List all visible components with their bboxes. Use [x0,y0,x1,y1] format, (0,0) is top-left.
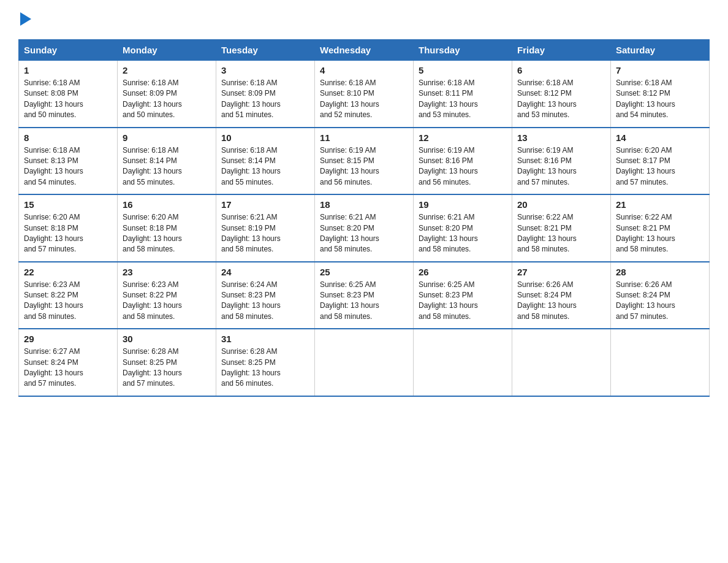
day-info: Sunrise: 6:20 AM Sunset: 8:17 PM Dayligh… [616,145,704,188]
day-number: 2 [123,65,211,75]
calendar-week-row: 8 Sunrise: 6:18 AM Sunset: 8:13 PM Dayli… [19,128,710,195]
calendar-cell: 30 Sunrise: 6:28 AM Sunset: 8:25 PM Dayl… [118,329,216,396]
day-info: Sunrise: 6:18 AM Sunset: 8:09 PM Dayligh… [221,78,309,121]
calendar-cell: 31 Sunrise: 6:28 AM Sunset: 8:25 PM Dayl… [216,329,315,396]
calendar-cell: 26 Sunrise: 6:25 AM Sunset: 8:23 PM Dayl… [414,262,512,329]
calendar-cell: 21 Sunrise: 6:22 AM Sunset: 8:21 PM Dayl… [611,194,710,262]
day-number: 18 [320,199,408,210]
day-info: Sunrise: 6:18 AM Sunset: 8:14 PM Dayligh… [221,145,309,188]
calendar-cell: 1 Sunrise: 6:18 AM Sunset: 8:08 PM Dayli… [19,61,118,128]
calendar-cell: 6 Sunrise: 6:18 AM Sunset: 8:12 PM Dayli… [512,61,611,128]
day-info: Sunrise: 6:18 AM Sunset: 8:10 PM Dayligh… [320,78,408,121]
weekday-header-friday: Friday [512,40,611,61]
day-number: 24 [221,267,309,277]
svg-marker-0 [20,12,31,26]
calendar-cell: 17 Sunrise: 6:21 AM Sunset: 8:19 PM Dayl… [216,194,315,262]
day-info: Sunrise: 6:18 AM Sunset: 8:14 PM Dayligh… [123,145,211,188]
day-number: 22 [24,267,112,277]
day-number: 11 [320,132,408,143]
day-number: 26 [419,267,507,277]
day-number: 13 [517,132,605,143]
day-info: Sunrise: 6:25 AM Sunset: 8:23 PM Dayligh… [320,280,408,323]
day-number: 1 [24,65,112,75]
weekday-header-row: SundayMondayTuesdayWednesdayThursdayFrid… [19,40,710,61]
day-number: 14 [616,132,704,143]
calendar-cell: 27 Sunrise: 6:26 AM Sunset: 8:24 PM Dayl… [512,262,611,329]
weekday-header-monday: Monday [118,40,216,61]
day-number: 21 [616,199,704,210]
calendar-cell: 19 Sunrise: 6:21 AM Sunset: 8:20 PM Dayl… [414,194,512,262]
day-info: Sunrise: 6:18 AM Sunset: 8:11 PM Dayligh… [419,78,507,121]
calendar-cell: 25 Sunrise: 6:25 AM Sunset: 8:23 PM Dayl… [315,262,414,329]
day-info: Sunrise: 6:24 AM Sunset: 8:23 PM Dayligh… [221,280,309,323]
calendar-cell: 20 Sunrise: 6:22 AM Sunset: 8:21 PM Dayl… [512,194,611,262]
calendar-table: SundayMondayTuesdayWednesdayThursdayFrid… [18,39,710,397]
day-info: Sunrise: 6:23 AM Sunset: 8:22 PM Dayligh… [24,280,112,323]
weekday-header-thursday: Thursday [414,40,512,61]
calendar-cell: 9 Sunrise: 6:18 AM Sunset: 8:14 PM Dayli… [118,128,216,195]
day-info: Sunrise: 6:28 AM Sunset: 8:25 PM Dayligh… [123,347,211,389]
day-info: Sunrise: 6:18 AM Sunset: 8:12 PM Dayligh… [616,78,704,121]
day-number: 3 [221,65,309,75]
day-number: 25 [320,267,408,277]
weekday-header-saturday: Saturday [611,40,710,61]
calendar-cell: 11 Sunrise: 6:19 AM Sunset: 8:15 PM Dayl… [315,128,414,195]
day-info: Sunrise: 6:20 AM Sunset: 8:18 PM Dayligh… [123,212,211,255]
calendar-cell: 29 Sunrise: 6:27 AM Sunset: 8:24 PM Dayl… [19,329,118,396]
calendar-cell: 8 Sunrise: 6:18 AM Sunset: 8:13 PM Dayli… [19,128,118,195]
calendar-cell [414,329,512,396]
calendar-cell: 22 Sunrise: 6:23 AM Sunset: 8:22 PM Dayl… [19,262,118,329]
day-info: Sunrise: 6:25 AM Sunset: 8:23 PM Dayligh… [419,280,507,323]
weekday-header-tuesday: Tuesday [216,40,315,61]
calendar-cell [611,329,710,396]
day-number: 29 [24,334,112,344]
day-info: Sunrise: 6:18 AM Sunset: 8:13 PM Dayligh… [24,145,112,188]
day-number: 20 [517,199,605,210]
day-number: 10 [221,132,309,143]
day-number: 31 [221,334,309,344]
day-number: 9 [123,132,211,143]
weekday-header-sunday: Sunday [19,40,118,61]
calendar-week-row: 15 Sunrise: 6:20 AM Sunset: 8:18 PM Dayl… [19,194,710,262]
day-info: Sunrise: 6:20 AM Sunset: 8:18 PM Dayligh… [24,212,112,255]
day-number: 17 [221,199,309,210]
calendar-cell: 3 Sunrise: 6:18 AM Sunset: 8:09 PM Dayli… [216,61,315,128]
calendar-cell: 12 Sunrise: 6:19 AM Sunset: 8:16 PM Dayl… [414,128,512,195]
calendar-cell: 24 Sunrise: 6:24 AM Sunset: 8:23 PM Dayl… [216,262,315,329]
day-number: 15 [24,199,112,210]
day-number: 16 [123,199,211,210]
day-number: 5 [419,65,507,75]
calendar-cell: 18 Sunrise: 6:21 AM Sunset: 8:20 PM Dayl… [315,194,414,262]
calendar-week-row: 29 Sunrise: 6:27 AM Sunset: 8:24 PM Dayl… [19,329,710,396]
calendar-week-row: 1 Sunrise: 6:18 AM Sunset: 8:08 PM Dayli… [19,61,710,128]
day-info: Sunrise: 6:28 AM Sunset: 8:25 PM Dayligh… [221,347,309,389]
day-number: 28 [616,267,704,277]
day-info: Sunrise: 6:22 AM Sunset: 8:21 PM Dayligh… [517,212,605,255]
day-number: 4 [320,65,408,75]
calendar-cell: 2 Sunrise: 6:18 AM Sunset: 8:09 PM Dayli… [118,61,216,128]
calendar-cell [315,329,414,396]
day-number: 30 [123,334,211,344]
day-info: Sunrise: 6:18 AM Sunset: 8:12 PM Dayligh… [517,78,605,121]
logo-triangle-icon [20,12,31,26]
day-info: Sunrise: 6:19 AM Sunset: 8:16 PM Dayligh… [517,145,605,188]
day-number: 8 [24,132,112,143]
day-number: 19 [419,199,507,210]
day-info: Sunrise: 6:22 AM Sunset: 8:21 PM Dayligh… [616,212,704,255]
day-number: 6 [517,65,605,75]
weekday-header-wednesday: Wednesday [315,40,414,61]
calendar-cell [512,329,611,396]
day-info: Sunrise: 6:19 AM Sunset: 8:15 PM Dayligh… [320,145,408,188]
day-number: 7 [616,65,704,75]
day-number: 12 [419,132,507,143]
calendar-cell: 16 Sunrise: 6:20 AM Sunset: 8:18 PM Dayl… [118,194,216,262]
calendar-cell: 15 Sunrise: 6:20 AM Sunset: 8:18 PM Dayl… [19,194,118,262]
day-info: Sunrise: 6:23 AM Sunset: 8:22 PM Dayligh… [123,280,211,323]
day-number: 27 [517,267,605,277]
day-info: Sunrise: 6:19 AM Sunset: 8:16 PM Dayligh… [419,145,507,188]
day-info: Sunrise: 6:21 AM Sunset: 8:19 PM Dayligh… [221,212,309,255]
day-info: Sunrise: 6:27 AM Sunset: 8:24 PM Dayligh… [24,347,112,389]
day-info: Sunrise: 6:21 AM Sunset: 8:20 PM Dayligh… [419,212,507,255]
day-info: Sunrise: 6:26 AM Sunset: 8:24 PM Dayligh… [616,280,704,323]
day-info: Sunrise: 6:26 AM Sunset: 8:24 PM Dayligh… [517,280,605,323]
